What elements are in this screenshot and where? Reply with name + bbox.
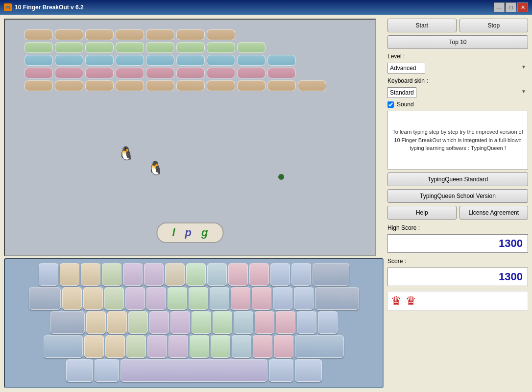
key-h[interactable] [192, 311, 211, 334]
key-tab[interactable] [29, 287, 61, 310]
key-u[interactable] [189, 287, 208, 310]
keyboard-row-4 [9, 335, 379, 358]
help-license-row: Help License Agreement [387, 206, 528, 220]
key-equals[interactable] [291, 263, 311, 286]
key-l[interactable] [255, 311, 274, 334]
key-backspace[interactable] [313, 263, 349, 286]
key-ctrl-right[interactable] [295, 359, 322, 382]
brick [176, 68, 205, 78]
brick [55, 42, 83, 53]
key-x[interactable] [105, 335, 125, 358]
key-7[interactable] [186, 263, 206, 286]
key-backslash[interactable] [318, 311, 338, 334]
key-d[interactable] [128, 311, 148, 334]
crown-icon-1: ♛ [391, 294, 402, 308]
maximize-button[interactable]: □ [506, 2, 516, 12]
brick [176, 80, 205, 91]
key-enter[interactable] [315, 287, 359, 310]
key-w[interactable] [83, 287, 103, 310]
key-m[interactable] [211, 335, 230, 358]
brick [55, 29, 83, 40]
brick [85, 29, 114, 40]
brick [146, 29, 174, 40]
typing-queen-standard-button[interactable]: TypingQueen Standard [387, 172, 528, 186]
key-z[interactable] [84, 335, 104, 358]
key-r[interactable] [125, 287, 145, 310]
key-o[interactable] [231, 287, 250, 310]
brick [237, 68, 266, 78]
key-slash[interactable] [274, 335, 293, 358]
key-q[interactable] [62, 287, 82, 310]
key-8[interactable] [207, 263, 227, 286]
start-stop-row: Start Stop [387, 19, 528, 32]
key-quote[interactable] [297, 311, 316, 334]
key-g[interactable] [170, 311, 190, 334]
typing-queen-school-button[interactable]: TypingQueen School Version [387, 189, 528, 203]
keyboard-row-1 [9, 263, 379, 286]
main-content: 🐧 🐧 l p g [0, 15, 532, 392]
score-box: 1300 [387, 268, 528, 286]
key-1[interactable] [60, 263, 79, 286]
key-9[interactable] [228, 263, 248, 286]
key-0[interactable] [249, 263, 269, 286]
brick [146, 55, 174, 66]
key-v[interactable] [147, 335, 167, 358]
key-alt-left[interactable] [95, 359, 119, 382]
brick [207, 29, 235, 40]
top10-button[interactable]: Top 10 [387, 35, 528, 49]
key-a[interactable] [86, 311, 106, 334]
minimize-button[interactable]: — [494, 2, 505, 12]
right-panel: Start Stop Top 10 Level : Beginner Inter… [387, 19, 528, 388]
key-3[interactable] [102, 263, 121, 286]
key-caps[interactable] [50, 311, 85, 334]
brick [55, 55, 83, 66]
key-2[interactable] [81, 263, 100, 286]
key-k[interactable] [234, 311, 253, 334]
key-ctrl-left[interactable] [66, 359, 93, 382]
sound-label[interactable]: Sound [397, 101, 414, 108]
high-score-value: 1300 [499, 237, 523, 250]
key-period[interactable] [253, 335, 272, 358]
stop-button[interactable]: Stop [459, 19, 529, 32]
key-4[interactable] [123, 263, 143, 286]
key-shift-right[interactable] [295, 335, 344, 358]
key-lbracket[interactable] [273, 287, 292, 310]
key-c[interactable] [126, 335, 146, 358]
key-i[interactable] [210, 287, 229, 310]
key-t[interactable] [146, 287, 166, 310]
key-p[interactable] [252, 287, 271, 310]
key-f[interactable] [149, 311, 169, 334]
score-value: 1300 [499, 270, 523, 283]
keyboard-skin-select[interactable]: Standard Dark [387, 87, 416, 98]
key-shift-left[interactable] [44, 335, 83, 358]
game-area: 🐧 🐧 l p g [4, 19, 376, 256]
key-minus[interactable] [270, 263, 290, 286]
key-b[interactable] [169, 335, 188, 358]
level-select[interactable]: Beginner Intermediate Advanced Expert [387, 63, 425, 74]
key-rbracket[interactable] [294, 287, 314, 310]
brick [176, 29, 205, 40]
close-button[interactable]: ✕ [517, 2, 528, 12]
key-spacebar[interactable] [121, 359, 267, 382]
key-s[interactable] [107, 311, 127, 334]
start-button[interactable]: Start [387, 19, 457, 32]
sound-checkbox[interactable] [387, 101, 394, 108]
brick [24, 29, 53, 40]
key-6[interactable] [165, 263, 185, 286]
license-button[interactable]: License Agreement [459, 206, 529, 220]
titlebar: 🎮 10 Finger BreakOut v 6.2 — □ ✕ [0, 0, 532, 15]
key-semicolon[interactable] [276, 311, 295, 334]
key-n[interactable] [190, 335, 209, 358]
key-alt-right[interactable] [269, 359, 293, 382]
key-5[interactable] [144, 263, 164, 286]
key-e[interactable] [104, 287, 124, 310]
brick [85, 80, 114, 91]
brick [116, 68, 144, 78]
key-backtick[interactable] [39, 263, 58, 286]
key-j[interactable] [213, 311, 232, 334]
key-y[interactable] [168, 287, 187, 310]
letter-l: l [172, 226, 175, 239]
keyboard-row-5 [9, 359, 379, 382]
help-button[interactable]: Help [387, 206, 457, 220]
key-comma[interactable] [232, 335, 251, 358]
